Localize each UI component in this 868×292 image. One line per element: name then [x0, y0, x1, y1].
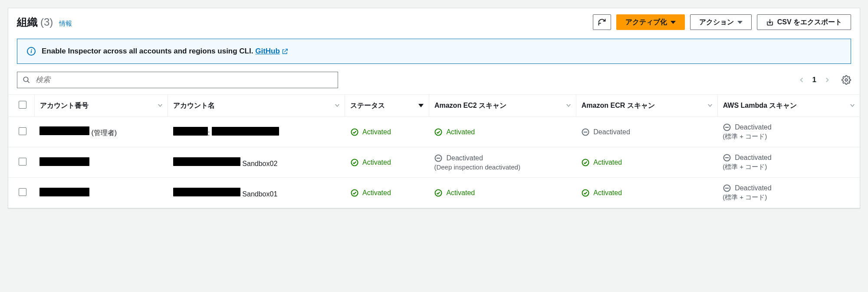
cell-account-name: Sandbox02 — [168, 147, 345, 178]
chevron-left-icon — [799, 76, 805, 84]
cell-lambda: Deactivated(標準 + コード) — [717, 147, 860, 178]
search-input[interactable] — [35, 75, 332, 85]
panel-header: 組織 (3) 情報 アクティブ化 アクション CSV をエクスポート — [8, 8, 860, 30]
activate-button[interactable]: アクティブ化 — [616, 14, 685, 30]
cell-status: Activated — [345, 178, 429, 208]
cell-account-name: : — [168, 117, 345, 147]
status-badge: Activated — [350, 158, 424, 167]
actions-label: アクション — [699, 18, 734, 27]
status-badge: Activated — [581, 158, 712, 167]
status-subtext: (標準 + コード) — [723, 193, 855, 202]
status-badge: Deactivated — [723, 153, 855, 162]
col-ecr[interactable]: Amazon ECR スキャン — [576, 95, 717, 117]
activate-label: アクティブ化 — [625, 18, 667, 27]
caret-down-icon — [737, 21, 743, 24]
info-link[interactable]: 情報 — [59, 20, 72, 28]
cell-lambda: Deactivated(標準 + コード) — [717, 117, 860, 147]
check-circle-icon — [350, 128, 359, 136]
row-checkbox[interactable] — [19, 188, 26, 196]
export-csv-label: CSV をエクスポート — [777, 18, 842, 27]
cell-status: Activated — [345, 147, 429, 178]
cell-lambda: Deactivated(標準 + コード) — [717, 178, 860, 208]
status-badge: Activated — [350, 128, 424, 136]
caret-down-icon — [671, 21, 676, 24]
check-circle-icon — [434, 189, 443, 197]
minus-circle-icon — [581, 128, 590, 136]
sort-icon — [158, 104, 162, 107]
next-page-button[interactable] — [824, 76, 830, 84]
check-circle-icon — [350, 189, 359, 197]
cell-status: Activated — [345, 117, 429, 147]
status-subtext: (Deep inspection deactivated) — [434, 163, 571, 171]
status-subtext: (標準 + コード) — [723, 163, 855, 171]
chevron-right-icon — [824, 76, 830, 84]
col-account-name[interactable]: アカウント名 — [168, 95, 345, 117]
cell-account-no: (管理者) — [34, 117, 168, 147]
page-title: 組織 — [17, 15, 38, 29]
refresh-icon — [598, 18, 606, 27]
svg-point-0 — [23, 77, 28, 82]
settings-button[interactable] — [842, 75, 851, 85]
sort-icon-active — [418, 104, 424, 107]
cell-ecr: Activated — [576, 178, 717, 208]
actions-button[interactable]: アクション — [690, 14, 752, 30]
select-all-checkbox[interactable] — [19, 101, 26, 109]
status-badge: Deactivated — [723, 123, 855, 132]
check-circle-icon — [581, 189, 590, 197]
minus-circle-icon — [723, 153, 731, 162]
table-row: (管理者) : Activated Activated Deactivated … — [8, 117, 860, 147]
info-icon: i — [27, 47, 36, 56]
status-badge: Deactivated — [581, 128, 712, 136]
check-circle-icon — [581, 158, 590, 167]
item-count: (3) — [40, 16, 53, 28]
search-icon — [23, 76, 30, 84]
minus-circle-icon — [434, 154, 443, 163]
prev-page-button[interactable] — [799, 76, 805, 84]
cell-account-name: Sandbox01 — [168, 178, 345, 208]
github-link-label: GitHub — [255, 47, 280, 56]
status-badge: Activated — [434, 128, 571, 136]
download-icon — [766, 18, 774, 26]
banner-text: Enable Inspector across all accounts and… — [42, 47, 253, 55]
sort-icon — [850, 104, 855, 107]
cell-ec2: Activated — [429, 178, 576, 208]
row-checkbox[interactable] — [19, 158, 26, 166]
status-badge: Activated — [434, 189, 571, 197]
check-circle-icon — [350, 158, 359, 167]
info-banner: i Enable Inspector across all accounts a… — [17, 39, 851, 64]
redacted-text — [173, 127, 208, 136]
cell-account-no — [34, 147, 168, 178]
external-link-icon — [282, 48, 288, 55]
check-circle-icon — [434, 128, 443, 136]
cell-account-no — [34, 178, 168, 208]
cell-ec2: Activated — [429, 117, 576, 147]
redacted-text — [173, 157, 240, 166]
cell-ecr: Activated — [576, 147, 717, 178]
cell-ec2: Deactivated(Deep inspection deactivated) — [429, 147, 576, 178]
col-lambda[interactable]: AWS Lambda スキャン — [717, 95, 860, 117]
export-csv-button[interactable]: CSV をエクスポート — [757, 14, 851, 30]
gear-icon — [842, 75, 851, 85]
table-row: Sandbox01 Activated Activated Activated … — [8, 178, 860, 208]
search-box[interactable] — [17, 72, 338, 88]
github-link[interactable]: GitHub — [255, 47, 288, 56]
refresh-button[interactable] — [593, 14, 611, 30]
sort-icon — [708, 104, 712, 107]
sort-icon — [335, 104, 339, 107]
col-status[interactable]: ステータス — [345, 95, 429, 117]
col-account-no[interactable]: アカウント番号 — [34, 95, 168, 117]
table-tools: 1 — [8, 64, 860, 94]
pagination: 1 — [799, 75, 851, 85]
minus-circle-icon — [723, 123, 731, 132]
redacted-text — [173, 188, 240, 196]
sort-icon — [566, 104, 571, 107]
col-ec2[interactable]: Amazon EC2 スキャン — [429, 95, 576, 117]
accounts-table: アカウント番号 アカウント名 ステータス Amazon EC2 スキャン Ama… — [8, 94, 860, 208]
row-checkbox[interactable] — [19, 127, 26, 135]
status-badge: Activated — [350, 189, 424, 197]
organization-panel: 組織 (3) 情報 アクティブ化 アクション CSV をエクスポート i — [8, 8, 860, 209]
redacted-text — [39, 188, 89, 196]
status-badge: Activated — [581, 189, 712, 197]
table-row: Sandbox02 Activated Deactivated(Deep ins… — [8, 147, 860, 178]
status-badge: Deactivated — [434, 154, 571, 163]
